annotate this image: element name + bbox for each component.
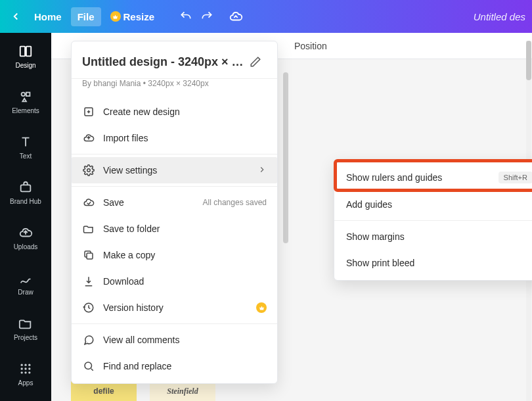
project-name[interactable]: Untitled des (474, 11, 525, 22)
sidebar-item-design[interactable]: Design (0, 39, 51, 73)
uploads-icon (18, 225, 33, 241)
svg-point-11 (21, 371, 23, 373)
topbar: Home File Resize Untitled des (0, 0, 532, 33)
menu-label: Import files (103, 133, 267, 143)
svg-point-17 (85, 362, 92, 369)
elements-icon (18, 89, 33, 105)
menu-find-replace[interactable]: Find and replace (72, 353, 277, 379)
text-icon (18, 134, 33, 150)
canvas-area: Position Untitled design - 3240px × 3...… (51, 33, 532, 401)
thumbnail-1[interactable]: defile (71, 381, 137, 401)
submenu-label: Show rulers and guides (346, 172, 499, 183)
sidebar-item-label: Design (15, 62, 35, 69)
sidebar-item-label: Brand Hub (10, 198, 41, 205)
edit-title-icon[interactable] (244, 51, 267, 73)
comment-icon (82, 333, 95, 346)
folder-icon (82, 222, 95, 235)
sidebar-item-draw[interactable]: Draw (0, 266, 51, 300)
menu-save-folder[interactable]: Save to folder (72, 216, 277, 242)
sidebar-item-text[interactable]: Text (0, 130, 51, 164)
svg-point-9 (24, 367, 26, 369)
topbar-left: Home File Resize (7, 7, 245, 26)
menu-view-settings[interactable]: View settings (72, 157, 277, 183)
sidebar-item-brandhub[interactable]: Brand Hub (0, 176, 51, 209)
submenu-print-bleed[interactable]: Show print bleed (334, 250, 532, 276)
sidebar-item-label: Elements (12, 107, 39, 114)
menu-label: Version history (103, 302, 248, 313)
download-icon (82, 275, 95, 288)
submenu-add-guides[interactable]: Add guides (334, 191, 532, 218)
sidebar: Design Elements Text Brand Hub Uploads D… (0, 33, 51, 401)
view-settings-submenu: Show rulers and guides Shift+R Add guide… (334, 159, 532, 281)
menu-label: Save to folder (103, 224, 267, 234)
menu-version-history[interactable]: Version history (72, 295, 277, 321)
panel-scrollbar[interactable] (283, 72, 288, 335)
svg-point-15 (87, 169, 91, 172)
submenu-margins[interactable]: Show margins (334, 224, 532, 250)
menu-label: Create new design (103, 106, 267, 117)
svg-point-2 (22, 93, 26, 97)
svg-rect-16 (87, 253, 93, 259)
divider (72, 186, 277, 187)
menu-label: Make a copy (103, 250, 267, 260)
divider (334, 220, 532, 221)
cloud-icon[interactable] (227, 7, 245, 26)
submenu-label: Show print bleed (346, 258, 532, 268)
gear-icon (82, 164, 95, 177)
sidebar-item-label: Apps (18, 379, 33, 387)
file-button[interactable]: File (71, 7, 101, 26)
design-thumbnails: defile Steinfield (71, 381, 215, 401)
apps-icon (18, 361, 33, 377)
crown-icon (256, 302, 267, 313)
redo-icon[interactable] (198, 7, 216, 26)
svg-point-7 (28, 364, 30, 366)
position-button[interactable]: Position (294, 41, 327, 51)
svg-point-6 (24, 364, 26, 366)
menu-save[interactable]: Save All changes saved (72, 189, 277, 216)
brandhub-icon (18, 179, 33, 195)
shortcut-badge: Shift+R (499, 172, 532, 183)
sidebar-item-projects[interactable]: Projects (0, 312, 51, 345)
svg-point-13 (28, 371, 30, 373)
sidebar-item-apps[interactable]: Apps (0, 357, 51, 390)
history-icon (82, 301, 95, 314)
svg-rect-4 (21, 185, 31, 191)
thumbnail-2[interactable]: Steinfield (150, 381, 215, 401)
menu-make-copy[interactable]: Make a copy (72, 242, 277, 268)
draw-icon (18, 270, 33, 286)
file-menu-panel: Untitled design - 3240px × 3... By bhang… (71, 41, 278, 384)
menu-label: Download (103, 276, 267, 287)
search-icon (82, 360, 95, 373)
undo-icon[interactable] (177, 7, 195, 26)
submenu-rulers[interactable]: Show rulers and guides Shift+R (334, 164, 532, 191)
import-icon (82, 131, 95, 145)
svg-point-5 (21, 364, 23, 366)
sidebar-item-label: Uploads (14, 243, 38, 250)
svg-rect-0 (20, 47, 25, 57)
design-icon (18, 43, 33, 59)
svg-rect-1 (26, 47, 31, 57)
design-title: Untitled design - 3240px × 3... (82, 55, 244, 69)
sidebar-item-uploads[interactable]: Uploads (0, 221, 51, 254)
svg-point-10 (28, 367, 30, 369)
copy-icon (82, 248, 95, 262)
menu-import[interactable]: Import files (72, 125, 277, 151)
crown-icon (110, 11, 121, 22)
divider (72, 323, 277, 324)
resize-button[interactable]: Resize (104, 7, 162, 26)
submenu-label: Show margins (346, 231, 532, 242)
sidebar-item-label: Text (20, 153, 32, 160)
sidebar-item-label: Projects (14, 334, 37, 341)
home-button[interactable]: Home (28, 7, 68, 26)
submenu-label: Add guides (346, 199, 532, 210)
menu-label: View all comments (103, 335, 267, 345)
back-icon[interactable] (7, 7, 25, 26)
svg-point-12 (24, 371, 26, 373)
projects-icon (18, 316, 33, 331)
svg-rect-3 (26, 93, 30, 97)
sidebar-item-elements[interactable]: Elements (0, 85, 51, 118)
menu-download[interactable]: Download (72, 268, 277, 295)
menu-comments[interactable]: View all comments (72, 327, 277, 353)
menu-label: Find and replace (103, 361, 267, 371)
menu-create-new[interactable]: Create new design (72, 99, 277, 125)
